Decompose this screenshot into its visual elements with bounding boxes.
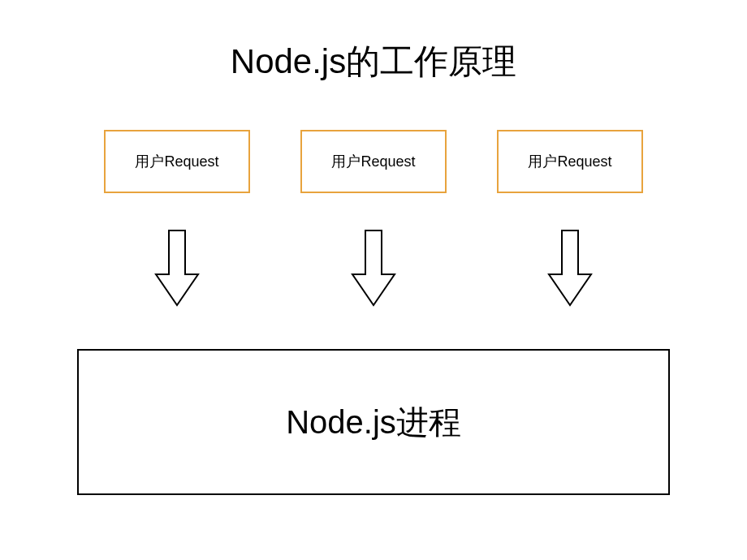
down-arrow-icon <box>547 229 593 307</box>
arrow-row <box>0 229 747 307</box>
user-request-box: 用户Request <box>300 130 447 193</box>
diagram-title: Node.js的工作原理 <box>0 0 747 84</box>
user-request-box: 用户Request <box>497 130 643 193</box>
user-request-box: 用户Request <box>104 130 250 193</box>
down-arrow-icon <box>154 229 200 307</box>
request-label: 用户Request <box>528 152 611 171</box>
request-label: 用户Request <box>331 152 415 171</box>
down-arrow-icon <box>351 229 396 307</box>
nodejs-process-box: Node.js进程 <box>77 349 670 495</box>
process-label: Node.js进程 <box>286 400 461 445</box>
request-label: 用户Request <box>135 152 218 171</box>
request-row: 用户Request 用户Request 用户Request <box>0 130 747 193</box>
